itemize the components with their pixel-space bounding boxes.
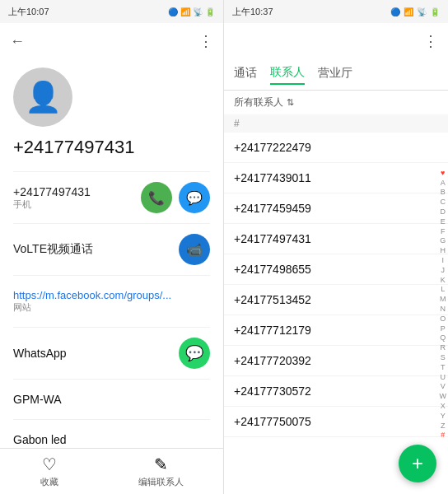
alpha-p[interactable]: P [441,324,446,333]
signal-icon: 📶 [180,7,190,16]
whatsapp-label: WhatsApp [13,347,67,360]
main-tabs: 通话 联系人 营业厅 [224,59,448,91]
bluetooth-icon: 🔵 [168,7,178,16]
list-item[interactable]: +24177720392 [224,346,448,376]
website-url[interactable]: https://m.facebook.com/groups/... [13,289,171,301]
alpha-l[interactable]: L [441,285,445,294]
website-row: https://m.facebook.com/groups/... 网站 [13,281,210,322]
call-button[interactable]: 📞 [141,182,172,213]
add-contact-fab[interactable]: + [399,445,436,482]
favorites-tab[interactable]: ♡ 收藏 [40,454,58,488]
gpm-label: GPM-WA [13,393,62,406]
alpha-r[interactable]: R [441,343,446,352]
add-icon: + [412,452,423,475]
avatar: 👤 [13,68,72,127]
list-item[interactable]: +24177513452 [224,285,448,315]
list-item[interactable]: +24177730572 [224,376,448,407]
sms-icon: 💬 [186,190,203,206]
divider-5 [13,379,210,380]
heart-icon: ♡ [42,454,57,474]
divider-6 [13,419,210,420]
contact-bottom-bar: ♡ 收藏 ✎ 编辑联系人 [0,448,223,494]
contacts-filter-label[interactable]: 所有联系人 [234,96,283,110]
gpm-row: GPM-WA [13,384,210,414]
alpha-i[interactable]: I [441,256,444,265]
video-call-button[interactable]: 📹 [179,234,210,265]
alpha-y[interactable]: Y [441,412,446,421]
contact-name: +24177497431 [13,137,210,158]
alpha-hash[interactable]: # [441,431,445,440]
contacts-subbar: 所有联系人 ⇅ [224,91,448,114]
alpha-m[interactable]: M [440,295,446,304]
alpha-j[interactable]: J [441,266,446,275]
divider-3 [13,275,210,276]
wifi-icon: 📡 [193,7,203,16]
phone-info: +24177497431 手机 [13,185,91,211]
favorites-label: 收藏 [40,476,58,488]
avatar-icon: 👤 [25,80,62,114]
alpha-c[interactable]: C [441,198,446,207]
alpha-o[interactable]: O [440,315,446,324]
alpha-h[interactable]: H [441,246,446,255]
divider-2 [13,223,210,224]
alpha-u[interactable]: U [441,373,446,382]
alpha-a[interactable]: A [441,179,446,188]
right-status-icons: 🔵 📶 📡 🔋 [390,7,440,16]
alpha-s[interactable]: S [441,353,446,362]
alpha-heart[interactable]: ♥ [441,169,445,178]
alpha-f[interactable]: F [441,227,446,236]
alpha-v[interactable]: V [441,382,446,391]
edit-icon: ✎ [154,454,168,474]
volte-row: VoLTE视频通话 📹 [13,229,210,270]
contact-list: # +24177222479 +24177439011 +24177459459… [224,114,448,494]
alpha-b[interactable]: B [441,188,446,197]
list-item[interactable]: +24177459459 [224,193,448,224]
right-more-options-button[interactable]: ⋮ [423,32,438,50]
alpha-w[interactable]: W [440,392,447,401]
tab-service[interactable]: 营业厅 [318,66,352,84]
list-item[interactable]: +24177750075 [224,407,448,437]
alpha-g[interactable]: G [440,236,446,245]
alpha-t[interactable]: T [441,363,446,372]
phone-number-label: +24177497431 [13,185,91,198]
list-item[interactable]: +24177712179 [224,315,448,346]
alpha-e[interactable]: E [441,217,446,226]
phone-type-label: 手机 [13,198,91,211]
volte-label: VoLTE视频通话 [13,242,93,257]
right-wifi-icon: 📡 [417,7,427,16]
alpha-k[interactable]: K [441,276,446,285]
phone-row: +24177497431 手机 📞 💬 [13,177,210,218]
alpha-x[interactable]: X [441,402,446,411]
alpha-z[interactable]: Z [441,422,446,431]
contacts-list-panel: 上午10:37 🔵 📶 📡 🔋 ⋮ 通话 联系人 营业厅 所有联系人 ⇅ # +… [224,0,448,494]
section-hash: # [224,114,448,133]
website-label: 网站 [13,301,171,314]
list-item[interactable]: +24177439011 [224,163,448,193]
contact-top-bar: ← ⋮ [0,23,223,59]
back-button[interactable]: ← [10,33,25,50]
volte-action-buttons: 📹 [179,234,210,265]
list-item[interactable]: +24177497431 [224,224,448,254]
right-signal-icon: 📶 [404,7,413,16]
list-item[interactable]: +24177222479 [224,133,448,163]
whatsapp-button[interactable]: 💬 [179,338,210,369]
right-time: 上午10:37 [232,6,273,18]
left-status-bar: 上午10:07 🔵 📶 📡 🔋 [0,0,223,23]
more-options-button[interactable]: ⋮ [198,32,213,50]
right-battery-icon: 🔋 [430,7,440,16]
edit-contact-tab[interactable]: ✎ 编辑联系人 [138,454,184,488]
left-status-icons: 🔵 📶 📡 🔋 [168,7,215,16]
list-item[interactable]: +24177498655 [224,254,448,285]
right-top-bar: ⋮ [224,23,448,59]
right-status-bar: 上午10:37 🔵 📶 📡 🔋 [224,0,448,23]
alpha-d[interactable]: D [441,207,446,217]
phone-icon: 📞 [148,190,165,206]
left-time: 上午10:07 [8,6,49,18]
alpha-n[interactable]: N [441,305,446,314]
tab-calls[interactable]: 通话 [234,66,257,84]
divider-4 [13,327,210,328]
tab-contacts[interactable]: 联系人 [270,65,305,85]
alpha-q[interactable]: Q [440,333,446,343]
sort-icon: ⇅ [287,97,294,108]
message-button[interactable]: 💬 [179,182,210,213]
